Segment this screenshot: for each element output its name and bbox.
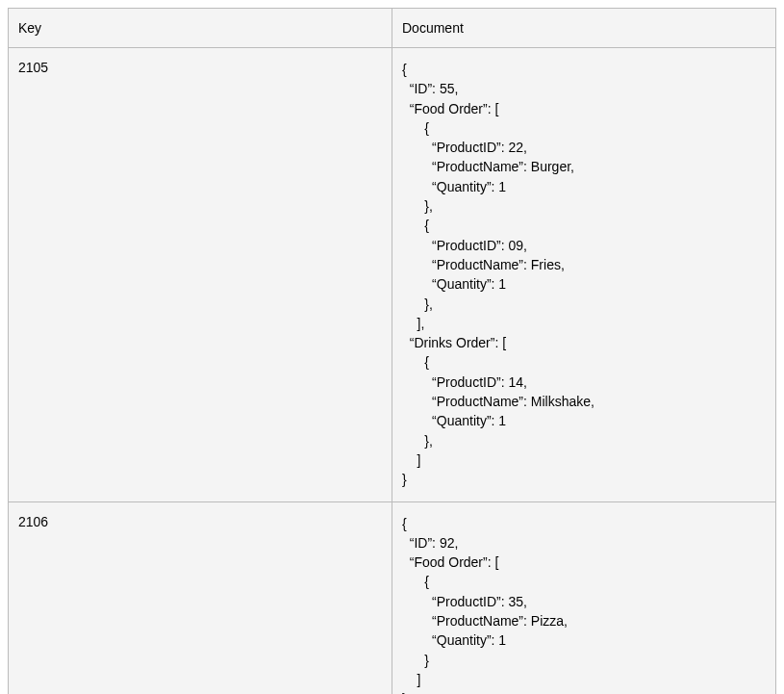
cell-key: 2105 — [9, 48, 392, 502]
table-header-row: Key Document — [9, 9, 776, 48]
cell-key: 2106 — [9, 501, 392, 694]
document-table: Key Document 2105 { “ID”: 55, “Food Orde… — [8, 8, 776, 694]
document-content: { “ID”: 92, “Food Order”: [ { “ProductID… — [402, 514, 766, 694]
cell-document: { “ID”: 92, “Food Order”: [ { “ProductID… — [392, 501, 776, 694]
header-key: Key — [9, 9, 392, 48]
cell-document: { “ID”: 55, “Food Order”: [ { “ProductID… — [392, 48, 776, 502]
document-content: { “ID”: 55, “Food Order”: [ { “ProductID… — [402, 60, 766, 490]
table-row: 2105 { “ID”: 55, “Food Order”: [ { “Prod… — [9, 48, 776, 502]
table-row: 2106 { “ID”: 92, “Food Order”: [ { “Prod… — [9, 501, 776, 694]
header-document: Document — [392, 9, 776, 48]
